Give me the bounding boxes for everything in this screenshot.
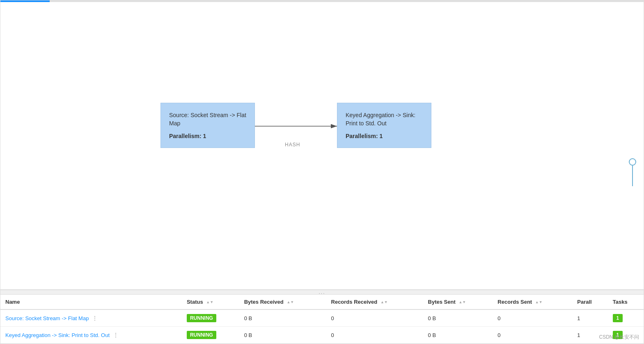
col-status[interactable]: Status ▲▼ [182, 295, 239, 309]
main-container: Source: Socket Stream -> Flat Map Parall… [0, 0, 644, 344]
col-bytes-received[interactable]: Bytes Received ▲▼ [239, 295, 326, 309]
cell-records-sent: 0 [493, 309, 572, 327]
cell-bytes-sent: 0 B [423, 327, 493, 344]
tasks-badge: 1 [613, 314, 623, 322]
col-name: Name [0, 295, 182, 309]
cell-status: RUNNING [182, 327, 239, 344]
dag-canvas: Source: Socket Stream -> Flat Map Parall… [0, 2, 644, 290]
cell-status: RUNNING [182, 309, 239, 327]
cell-records-received: 0 [326, 309, 423, 327]
row-menu-dots[interactable]: ⋮ [90, 315, 99, 321]
cell-tasks: 1 [608, 309, 644, 327]
status-badge: RUNNING [187, 331, 216, 339]
col-records-sent[interactable]: Records Sent ▲▼ [493, 295, 572, 309]
col-parallelism: Parall [572, 295, 607, 309]
table-area: Name Status ▲▼ Bytes Received ▲▼ Records… [0, 295, 644, 344]
cell-name: Source: Socket Stream -> Flat Map ⋮ [0, 309, 182, 327]
jobs-table: Name Status ▲▼ Bytes Received ▲▼ Records… [0, 295, 644, 344]
table-header-row: Name Status ▲▼ Bytes Received ▲▼ Records… [0, 295, 644, 309]
node-source-parallelism: Parallelism: 1 [169, 133, 206, 139]
node-sink-parallelism: Parallelism: 1 [346, 133, 383, 139]
table-row: Source: Socket Stream -> Flat Map ⋮ RUNN… [0, 309, 644, 327]
status-badge: RUNNING [187, 314, 216, 322]
watermark: CSDN @长安不问 [599, 334, 639, 341]
cell-records-sent: 0 [493, 327, 572, 344]
resize-dots-label: ... [319, 289, 325, 295]
node-sink-title: Keyed Aggregation -> Sink: Print to Std.… [346, 111, 423, 127]
cell-name: Keyed Aggregation -> Sink: Print to Std.… [0, 327, 182, 344]
job-name-link[interactable]: Keyed Aggregation -> Sink: Print to Std.… [5, 332, 110, 338]
col-tasks: Tasks [608, 295, 644, 309]
row-menu-dots[interactable]: ⋮ [111, 332, 120, 338]
node-source-title: Source: Socket Stream -> Flat Map [169, 111, 246, 127]
node-sink[interactable]: Keyed Aggregation -> Sink: Print to Std.… [337, 103, 431, 148]
hash-label: HASH [285, 142, 300, 148]
node-source[interactable]: Source: Socket Stream -> Flat Map Parall… [160, 103, 255, 148]
cell-parallelism: 1 [572, 309, 607, 327]
scroll-handle[interactable] [629, 158, 636, 186]
resize-handle[interactable]: ... [0, 290, 644, 295]
cell-records-received: 0 [326, 327, 423, 344]
col-records-received[interactable]: Records Received ▲▼ [326, 295, 423, 309]
cell-bytes-received: 0 B [239, 327, 326, 344]
col-bytes-sent[interactable]: Bytes Sent ▲▼ [423, 295, 493, 309]
cell-bytes-sent: 0 B [423, 309, 493, 327]
table-row: Keyed Aggregation -> Sink: Print to Std.… [0, 327, 644, 344]
job-name-link[interactable]: Source: Socket Stream -> Flat Map [5, 315, 89, 321]
scroll-line [632, 166, 633, 186]
cell-bytes-received: 0 B [239, 309, 326, 327]
scroll-circle [629, 158, 636, 166]
